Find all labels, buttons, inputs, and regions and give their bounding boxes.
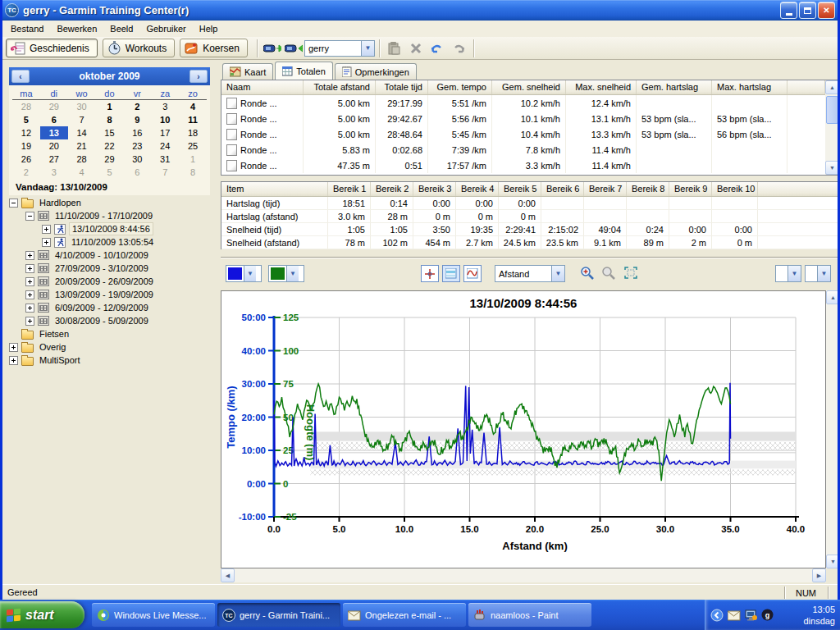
delete-icon[interactable]: [407, 39, 425, 57]
calendar-day[interactable]: 30: [68, 100, 96, 113]
calendar-day[interactable]: 11: [179, 113, 207, 126]
x-axis-combo[interactable]: Afstand▼: [495, 265, 565, 282]
menu-help[interactable]: Help: [193, 21, 225, 36]
chevron-down-icon[interactable]: ▼: [361, 41, 374, 56]
column-header[interactable]: Bereik 3: [413, 182, 456, 196]
calendar-day[interactable]: 20: [40, 139, 68, 153]
tree-item[interactable]: 30/08/2009 - 5/09/2009: [6, 314, 217, 327]
column-header[interactable]: Bereik 4: [456, 182, 499, 196]
task-tc[interactable]: TCgerry - Garmin Traini...: [217, 603, 340, 627]
curve-toggle[interactable]: [463, 265, 482, 282]
tree-item[interactable]: Hardlopen: [6, 196, 217, 209]
expand-icon[interactable]: [42, 225, 51, 234]
calendar-day[interactable]: 8: [96, 113, 124, 126]
zone-row[interactable]: Snelheid (afstand)78 m102 m454 m2.7 km24…: [221, 236, 838, 249]
tree-item[interactable]: 20/09/2009 - 26/09/2009: [6, 275, 217, 288]
crosshair-toggle[interactable]: [421, 265, 439, 282]
column-header[interactable]: Gem. hartslag: [637, 80, 712, 94]
tree-item[interactable]: 4/10/2009 - 10/10/2009: [6, 249, 217, 262]
column-header[interactable]: Bereik 9: [669, 182, 712, 196]
chevron-down-icon[interactable]: ▼: [286, 266, 299, 281]
calendar-day[interactable]: 7: [151, 166, 179, 179]
scroll-thumb[interactable]: [826, 96, 838, 124]
expand-icon[interactable]: [9, 356, 18, 365]
calendar-day[interactable]: 6: [40, 113, 68, 126]
lap-row[interactable]: Ronde ...5.83 m0:02.687:39 /km7.8 km/h11…: [221, 142, 825, 158]
calendar-day[interactable]: 19: [12, 139, 40, 153]
calendar-day[interactable]: 23: [123, 139, 151, 153]
column-header[interactable]: Bereik 1: [328, 182, 371, 196]
calendar-day[interactable]: 30: [123, 153, 151, 166]
calendar-prev-button[interactable]: ‹: [11, 70, 30, 83]
calendar-day[interactable]: 27: [40, 153, 68, 166]
column-header[interactable]: Gem. tempo: [428, 80, 492, 94]
undo-icon[interactable]: [428, 39, 446, 57]
calendar-day[interactable]: 2: [12, 166, 40, 179]
tree-item[interactable]: 13/09/2009 - 19/09/2009: [6, 288, 217, 301]
transfer-from-device-icon[interactable]: [285, 39, 303, 57]
calendar-day[interactable]: 7: [68, 113, 96, 126]
geschiedenis-button[interactable]: Geschiedenis: [6, 39, 98, 57]
expand-icon[interactable]: [9, 343, 18, 352]
chevron-down-icon[interactable]: ▼: [551, 266, 564, 281]
chevron-down-icon[interactable]: ▼: [788, 266, 801, 281]
expand-icon[interactable]: [25, 264, 34, 273]
vertical-scrollbar[interactable]: ▲▼: [825, 80, 838, 175]
column-header[interactable]: Bereik 6: [541, 182, 584, 196]
zoom-fit-icon[interactable]: [624, 267, 637, 279]
column-header[interactable]: Bereik 5: [499, 182, 541, 196]
tray-collapse-icon[interactable]: [710, 609, 724, 622]
column-header[interactable]: Max. snelheid: [566, 80, 637, 94]
tray-mail-icon[interactable]: [728, 609, 741, 621]
calendar-day[interactable]: 25: [179, 139, 207, 153]
column-header[interactable]: Bereik 2: [371, 182, 413, 196]
chevron-down-icon[interactable]: ▼: [244, 266, 256, 281]
column-header[interactable]: Totale tijd: [376, 80, 428, 94]
column-header[interactable]: Item: [221, 182, 328, 196]
zoom-out-icon[interactable]: [601, 266, 616, 280]
calendar-day[interactable]: 5: [96, 166, 124, 179]
tree-item[interactable]: 11/10/2009 13:05:54: [6, 235, 217, 249]
tree-item[interactable]: 27/09/2009 - 3/10/2009: [6, 262, 217, 275]
restore-button[interactable]: [799, 2, 816, 19]
tree-item[interactable]: MultiSport: [6, 354, 217, 367]
koersen-button[interactable]: Koersen: [180, 39, 248, 57]
calendar-day[interactable]: 3: [40, 166, 68, 179]
column-header[interactable]: Max. hartslag: [712, 80, 788, 94]
lap-row[interactable]: Ronde ...5.00 km28:48.645:45 /km10.4 km/…: [221, 126, 825, 142]
tree-item[interactable]: 11/10/2009 - 17/10/2009: [6, 209, 217, 222]
scroll-down-button[interactable]: ▼: [826, 555, 838, 568]
tree-item[interactable]: Overig: [6, 340, 217, 354]
calendar-day[interactable]: 28: [68, 153, 96, 166]
series1-color-picker[interactable]: ▼: [226, 265, 262, 282]
lap-row[interactable]: Ronde ...5.00 km29:17.995:51 /km10.2 km/…: [221, 95, 825, 111]
expand-icon[interactable]: [25, 304, 34, 313]
lap-row[interactable]: Ronde ...5.00 km29:42.675:56 /km10.1 km/…: [221, 111, 825, 126]
column-header[interactable]: Bereik 8: [627, 182, 669, 196]
calendar-day[interactable]: 15: [96, 126, 124, 139]
column-header[interactable]: Bereik 7: [584, 182, 627, 196]
zone-row[interactable]: Hartslag (afstand)3.0 km28 m0 m0 m0 m: [221, 210, 838, 223]
calendar-day[interactable]: 21: [68, 139, 96, 153]
extra-combo-2[interactable]: ▼: [805, 265, 831, 282]
calendar-day[interactable]: 12: [12, 126, 40, 139]
calendar-day[interactable]: 13: [40, 126, 68, 139]
calendar-day[interactable]: 1: [96, 100, 124, 113]
tab-opmerkingen[interactable]: Opmerkingen: [335, 63, 417, 80]
expand-icon[interactable]: [25, 290, 34, 299]
tab-totalen[interactable]: Totalen: [275, 62, 332, 80]
calendar-day[interactable]: 24: [151, 139, 179, 153]
expand-icon[interactable]: [25, 277, 34, 286]
chart-horizontal-scrollbar[interactable]: ◀▶: [221, 568, 826, 582]
calendar-day[interactable]: 29: [96, 153, 124, 166]
scroll-up-button[interactable]: ▲: [826, 290, 838, 304]
calendar-day[interactable]: 31: [151, 153, 179, 166]
calendar-day[interactable]: 5: [12, 113, 40, 126]
scroll-left-button[interactable]: ◀: [221, 568, 235, 582]
transfer-to-device-icon[interactable]: [263, 39, 281, 57]
calendar-day[interactable]: 18: [179, 126, 207, 139]
collapse-icon[interactable]: [9, 199, 18, 208]
menu-beeld[interactable]: Beeld: [103, 21, 139, 36]
start-button[interactable]: start: [0, 601, 84, 628]
expand-icon[interactable]: [25, 317, 34, 326]
